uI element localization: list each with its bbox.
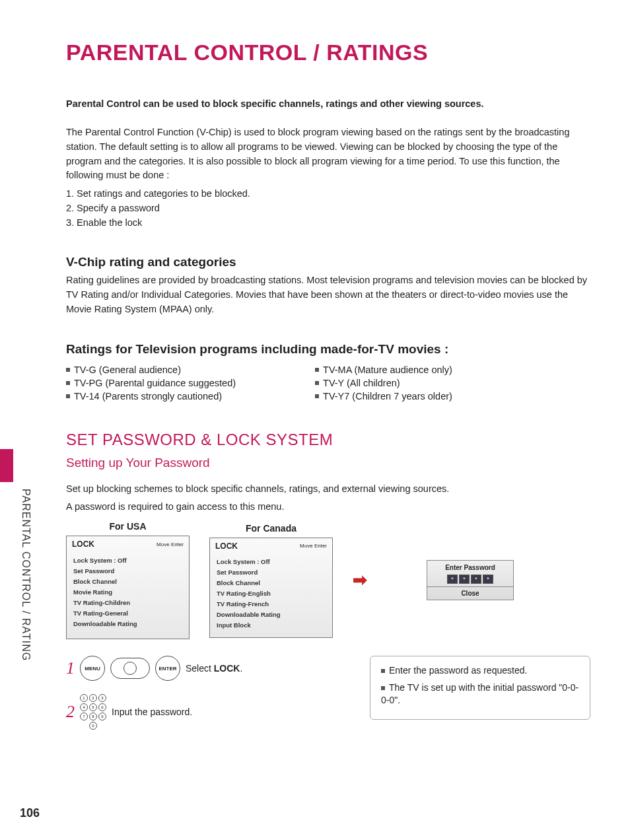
usa-caption: For USA — [66, 521, 190, 532]
bullet-icon — [315, 381, 319, 385]
vchip-text: Rating guidelines are provided by broadc… — [66, 273, 590, 316]
setting-up-subsection: Setting up Your Password — [66, 456, 590, 470]
menu-item: Set Password — [217, 567, 326, 578]
menu-item: Movie Rating — [73, 586, 182, 597]
menu-item: TV Rating-English — [217, 588, 326, 599]
menu-item: Set Password — [73, 565, 182, 576]
intro-step-2: 2. Specify a password — [66, 201, 590, 216]
intro-paragraph: The Parental Control Function (V-Chip) i… — [66, 125, 590, 183]
page-number: 106 — [20, 806, 40, 820]
dpad-button-icon — [110, 658, 150, 679]
setpw-p1: Set up blocking schemes to block specifi… — [66, 482, 590, 497]
note-1: Enter the password as requested. — [389, 665, 527, 676]
ratings-heading: Ratings for Television programs includin… — [66, 342, 590, 357]
menu-item: Block Channel — [73, 576, 182, 586]
usa-menu-nav: Move Enter — [157, 542, 184, 547]
canada-menu-nav: Move Enter — [300, 543, 327, 549]
step2-text: Input the password. — [112, 707, 192, 717]
step-number-2: 2 — [66, 703, 75, 720]
list-item: TV-G (General audience) — [66, 365, 236, 375]
note-2: The TV is set up with the initial passwo… — [381, 682, 578, 706]
list-item: TV-MA (Mature audience only) — [315, 365, 452, 375]
pw-star-icon: * — [471, 575, 481, 584]
bullet-icon — [66, 394, 70, 398]
pw-dialog-close: Close — [427, 586, 513, 600]
bullet-icon — [315, 394, 319, 398]
menu-item: Block Channel — [217, 578, 326, 588]
bullet-icon — [381, 669, 385, 673]
menu-item: Input Block — [217, 620, 326, 631]
menu-item: Lock System : Off — [217, 557, 326, 567]
menu-item: TV Rating-General — [73, 608, 182, 618]
bullet-icon — [66, 381, 70, 385]
menu-item: TV Rating-French — [217, 599, 326, 610]
step-number-1: 1 — [66, 660, 75, 677]
pw-star-icon: * — [447, 575, 458, 584]
usa-menu-box: LOCK Move Enter Lock System : Off Set Pa… — [66, 536, 190, 639]
pw-star-icon: * — [483, 575, 493, 584]
vchip-heading: V-Chip rating and categories — [66, 255, 590, 269]
list-item: TV-14 (Parents strongly cautioned) — [66, 391, 236, 402]
list-item: TV-Y (All children) — [315, 378, 452, 388]
step1-text: Select LOCK. — [186, 663, 242, 674]
pw-star-icon: * — [459, 575, 470, 584]
numpad-icon: 123 456 789 0 — [80, 694, 106, 730]
menu-item: Downloadable Rating — [217, 610, 326, 620]
page-title: PARENTAL CONTROL / RATINGS — [66, 40, 590, 65]
set-password-section: SET PASSWORD & LOCK SYSTEM — [66, 431, 590, 449]
menu-item: Downloadable Rating — [73, 618, 182, 629]
arrow-right-icon: ➡ — [353, 570, 367, 590]
list-item: TV-Y7 (Children 7 years older) — [315, 391, 452, 402]
menu-button-icon: MENU — [80, 656, 105, 681]
bullet-icon — [315, 368, 319, 372]
notes-box: Enter the password as requested. The TV … — [370, 656, 590, 720]
menu-item: TV Rating-Children — [73, 597, 182, 608]
intro-bold: Parental Control can be used to block sp… — [66, 98, 590, 109]
enter-button-icon: ENTER — [155, 656, 180, 681]
ratings-list-left: TV-G (General audience) TV-PG (Parental … — [66, 365, 236, 404]
bullet-icon — [66, 368, 70, 372]
pw-dialog-title: Enter Password — [427, 561, 513, 573]
usa-menu-title: LOCK — [72, 540, 94, 549]
ratings-list-right: TV-MA (Mature audience only) TV-Y (All c… — [315, 365, 452, 404]
intro-step-1: 1. Set ratings and categories to be bloc… — [66, 187, 590, 201]
bullet-icon — [381, 686, 385, 690]
menu-item — [73, 629, 182, 632]
list-item: TV-PG (Parental guidance suggested) — [66, 378, 236, 388]
intro-step-3: 3. Enable the lock — [66, 216, 590, 230]
menu-item: Lock System : Off — [73, 555, 182, 565]
password-dialog: Enter Password * * * * Close — [427, 560, 514, 600]
pw-stars-row: * * * * — [427, 573, 513, 586]
canada-menu-title: LOCK — [215, 542, 238, 551]
canada-caption: For Canada — [209, 523, 333, 534]
canada-menu-box: LOCK Move Enter Lock System : Off Set Pa… — [209, 538, 333, 638]
setpw-p2: A password is required to gain access to… — [66, 500, 590, 514]
